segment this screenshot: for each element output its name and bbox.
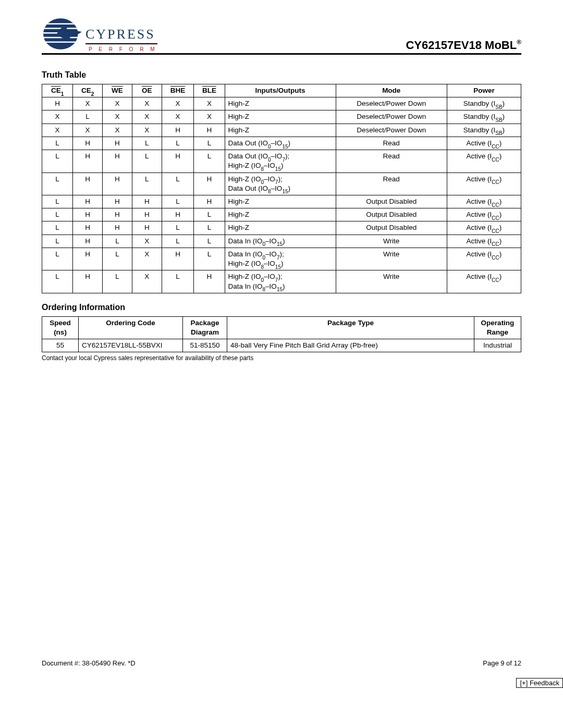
document-number: Document #: 38-05490 Rev. *D (42, 659, 136, 667)
cell-pdiag: 51-85150 (183, 339, 227, 352)
cell-io: Data Out (IO0–IO7);High-Z (IO8–IO15) (225, 150, 336, 172)
table-row: LHLXLHHigh-Z (IO0–IO7);Data In (IO8–IO15… (42, 270, 521, 293)
cell-ce1: X (42, 110, 73, 124)
cell-ce2: H (73, 172, 103, 195)
cell-ble: L (194, 221, 225, 235)
cell-ble: X (194, 97, 225, 110)
col-we: WE (103, 84, 132, 97)
cell-ce1: L (42, 248, 73, 270)
table-row: LHHHHLHigh-ZOutput DisabledActive (ICC) (42, 208, 521, 221)
table-row: LHLXLLData In (IO0–IO15)WriteActive (ICC… (42, 235, 521, 248)
cell-ce1: L (42, 235, 73, 248)
cell-mode: Write (336, 248, 447, 270)
cell-io: High-Z (225, 124, 336, 137)
col-package-type: Package Type (227, 316, 474, 339)
cell-ce2: H (73, 137, 103, 150)
cell-power: Active (ICC) (447, 221, 521, 235)
cell-oe: X (132, 248, 162, 270)
cell-ce1: L (42, 270, 73, 293)
part-number-text: CY62157EV18 MoBL (406, 39, 517, 52)
cell-mode: Read (336, 172, 447, 195)
cell-oe: X (132, 235, 162, 248)
cell-ce2: X (73, 124, 103, 137)
col-ce1: CE1 (42, 84, 73, 97)
cell-power: Active (ICC) (447, 235, 521, 248)
page-footer: Document #: 38-05490 Rev. *D Page 9 of 1… (42, 659, 521, 667)
table-row: XXXXHHHigh-ZDeselect/Power DownStandby (… (42, 124, 521, 137)
cell-power: Active (ICC) (447, 208, 521, 221)
col-ce2: CE2 (73, 84, 103, 97)
cell-io: High-Z (225, 97, 336, 110)
cell-mode: Output Disabled (336, 208, 447, 221)
cell-power: Active (ICC) (447, 270, 521, 293)
table-row: LHHLHLData Out (IO0–IO7);High-Z (IO8–IO1… (42, 150, 521, 172)
cell-bhe: X (162, 97, 194, 110)
cell-we: H (103, 137, 132, 150)
cell-we: H (103, 150, 132, 172)
cell-mode: Deselect/Power Down (336, 110, 447, 124)
page-number: Page 9 of 12 (483, 659, 521, 667)
cell-oe: X (132, 124, 162, 137)
cell-ce1: L (42, 195, 73, 208)
cell-io: Data In (IO0–IO7);High-Z (IO8–IO15) (225, 248, 336, 270)
cell-oe: L (132, 137, 162, 150)
cell-oe: L (132, 150, 162, 172)
cell-io: Data In (IO0–IO15) (225, 235, 336, 248)
cell-ble: H (194, 195, 225, 208)
cell-power: Standby (ISB) (447, 110, 521, 124)
cell-ce2: H (73, 221, 103, 235)
registered-mark: ® (517, 39, 521, 46)
cell-ce1: L (42, 208, 73, 221)
col-package-diagram: Package Diagram (183, 316, 227, 339)
cell-mode: Output Disabled (336, 195, 447, 208)
cell-we: X (103, 124, 132, 137)
cell-io: Data Out (IO0–IO15) (225, 137, 336, 150)
cell-io: High-Z (225, 221, 336, 235)
col-oe: OE (132, 84, 162, 97)
cell-bhe: H (162, 208, 194, 221)
cell-ble: L (194, 248, 225, 270)
cell-ce2: H (73, 150, 103, 172)
cell-bhe: L (162, 235, 194, 248)
cell-we: H (103, 221, 132, 235)
truth-table-heading: Truth Table (42, 70, 521, 80)
cell-range: Industrial (474, 339, 521, 352)
cell-ble: H (194, 270, 225, 293)
col-io: Inputs/Outputs (225, 84, 336, 97)
cell-power: Active (ICC) (447, 150, 521, 172)
feedback-button[interactable]: [+] Feedback (516, 678, 563, 688)
cell-ble: L (194, 208, 225, 221)
cell-we: X (103, 97, 132, 110)
cell-we: L (103, 248, 132, 270)
cell-ce2: H (73, 270, 103, 293)
ordering-heading: Ordering Information (42, 303, 521, 312)
cell-we: H (103, 195, 132, 208)
table-row: XLXXXXHigh-ZDeselect/Power DownStandby (… (42, 110, 521, 124)
cell-ce1: X (42, 124, 73, 137)
page-header: CYPRESS P E R F O R M CY62157EV18 MoBL® (42, 16, 521, 55)
cell-ce1: H (42, 97, 73, 110)
col-operating-range: Operating Range (474, 316, 521, 339)
cell-bhe: L (162, 195, 194, 208)
cell-ptype: 48-ball Very Fine Pitch Ball Grid Array … (227, 339, 474, 352)
cell-bhe: L (162, 270, 194, 293)
cell-oe: L (132, 172, 162, 195)
company-tagline: P E R F O R M (89, 46, 157, 52)
cell-mode: Read (336, 137, 447, 150)
cell-we: X (103, 110, 132, 124)
cell-power: Standby (ISB) (447, 124, 521, 137)
cell-ce1: L (42, 137, 73, 150)
cell-power: Active (ICC) (447, 248, 521, 270)
table-row: 55CY62157EV18LL-55BVXI51-8515048-ball Ve… (42, 339, 521, 352)
cell-bhe: X (162, 110, 194, 124)
cell-io: High-Z (225, 208, 336, 221)
truth-table-header-row: CE1 CE2 WE OE BHE BLE Inputs/Outputs Mod… (42, 84, 521, 97)
col-power: Power (447, 84, 521, 97)
cell-bhe: L (162, 221, 194, 235)
col-mode: Mode (336, 84, 447, 97)
ordering-table: Speed (ns) Ordering Code Package Diagram… (42, 316, 521, 353)
cell-io: High-Z (225, 110, 336, 124)
company-name: CYPRESS (85, 27, 157, 44)
cell-io: High-Z (IO0–IO7);Data Out (IO8–IO15) (225, 172, 336, 195)
cell-bhe: L (162, 137, 194, 150)
